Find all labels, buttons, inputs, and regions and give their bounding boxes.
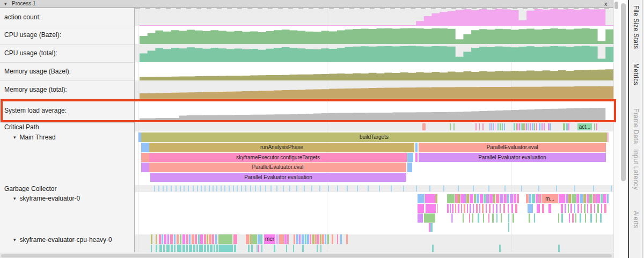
trace-event[interactable] [477,194,479,203]
trace-event[interactable] [163,245,165,252]
trace-event[interactable] [260,234,262,244]
trace-event[interactable] [585,213,586,223]
trace-event[interactable] [583,194,586,203]
trace-event[interactable] [464,194,466,203]
trace-event[interactable] [501,213,502,223]
trace-event[interactable] [495,123,495,130]
horizontal-scrollbar-thumb[interactable] [1,254,612,257]
trace-event[interactable] [493,194,495,203]
trace-event[interactable] [170,234,173,244]
trace-event[interactable] [189,234,191,244]
track-label-memory-usage-bazel[interactable]: Memory usage (Bazel): [0,62,138,80]
trace-event[interactable] [486,194,489,203]
gc-tick[interactable] [237,186,238,191]
trace-event-act[interactable]: act... [577,123,592,130]
trace-event[interactable] [196,245,198,252]
trace-event[interactable] [302,245,304,252]
trace-event[interactable] [233,234,237,244]
trace-event[interactable] [451,213,453,223]
trace-event[interactable] [166,245,170,252]
trace-event[interactable] [515,204,517,213]
trace-event[interactable] [156,234,157,244]
trace-event[interactable] [192,234,194,244]
tab-metrics[interactable]: Metrics [632,63,640,85]
trace-event[interactable] [174,234,175,244]
trace-event[interactable] [261,245,262,252]
trace-event-skyframeexecutor-configuretargets[interactable]: skyframeExecutor.configureTargets [149,153,407,162]
trace-event[interactable] [521,123,522,130]
trace-event[interactable] [566,194,568,203]
trace-event[interactable] [575,213,576,223]
gc-tick[interactable] [201,186,202,191]
trace-event[interactable] [596,194,600,203]
trace-event[interactable] [534,123,535,130]
trace-event[interactable] [479,204,480,213]
track-label-memory-usage-total[interactable]: Memory usage (total): [0,80,138,99]
trace-event[interactable] [151,245,152,252]
trace-event[interactable] [464,204,465,213]
canvas-vertical-scrollbar[interactable] [613,0,619,258]
trace-event[interactable] [522,123,524,130]
trace-event[interactable] [167,234,169,244]
gc-tick[interactable] [283,186,284,191]
trace-event[interactable] [141,143,149,152]
trace-event[interactable] [171,245,173,252]
trace-event[interactable] [159,234,161,244]
track-label-action-count[interactable]: action count: [0,8,138,26]
trace-event[interactable] [204,234,206,244]
trace-event[interactable] [607,194,609,203]
track-label-cpu-usage-bazel[interactable]: CPU usage (Bazel): [0,26,138,44]
trace-event[interactable] [590,204,592,213]
trace-event[interactable] [576,194,579,203]
gc-tick[interactable] [556,186,557,191]
gc-tick[interactable] [265,186,266,191]
trace-event[interactable] [517,194,519,203]
trace-event[interactable] [337,234,338,244]
counter-chart-cpu-usage-bazel[interactable] [140,27,613,44]
gc-tick[interactable] [209,186,210,191]
track-label-main-thread[interactable]: ▾Main Thread [0,132,148,142]
trace-event[interactable] [514,194,516,203]
gc-tick[interactable] [319,186,320,191]
trace-event[interactable] [302,234,304,244]
trace-event[interactable] [538,194,541,203]
trace-event[interactable] [489,123,491,130]
gc-tick[interactable] [224,186,225,191]
gc-tick[interactable] [213,186,214,191]
trace-event[interactable] [500,194,503,203]
counter-chart-action-count[interactable] [140,9,613,26]
trace-event-runanalysisphase[interactable]: runAnalysisPhase [149,143,414,152]
gc-tick[interactable] [166,186,167,191]
trace-event-parallel-evaluator-evaluation[interactable]: Parallel Evaluator evaluation [419,153,606,162]
trace-event[interactable] [315,234,317,244]
trace-event[interactable] [407,153,413,162]
trace-event[interactable] [550,123,551,130]
trace-event[interactable] [279,234,284,244]
trace-event[interactable] [310,234,311,244]
gc-tick[interactable] [171,186,172,191]
trace-event[interactable] [548,204,551,213]
gc-tick[interactable] [337,186,338,191]
trace-event[interactable] [466,194,469,203]
trace-event[interactable] [544,123,545,130]
trace-event[interactable] [199,245,203,252]
trace-event[interactable] [215,234,217,244]
trace-event[interactable] [508,204,509,213]
trace-event-mer[interactable]: mer [264,234,275,244]
trace-event[interactable] [513,213,514,223]
trace-event[interactable] [422,123,426,130]
trace-event[interactable] [476,204,478,213]
trace-event[interactable] [563,123,565,130]
trace-event[interactable] [548,123,550,130]
gc-tick[interactable] [328,186,329,191]
trace-event[interactable] [186,245,188,252]
gc-tick[interactable] [521,186,522,191]
trace-event[interactable] [426,204,436,213]
trace-event[interactable] [340,234,342,244]
trace-event[interactable] [566,123,568,130]
trace-event[interactable] [332,234,333,244]
trace-event[interactable] [530,123,531,130]
trace-event[interactable] [536,194,538,203]
trace-event[interactable] [141,153,149,162]
trace-event[interactable] [299,234,301,244]
